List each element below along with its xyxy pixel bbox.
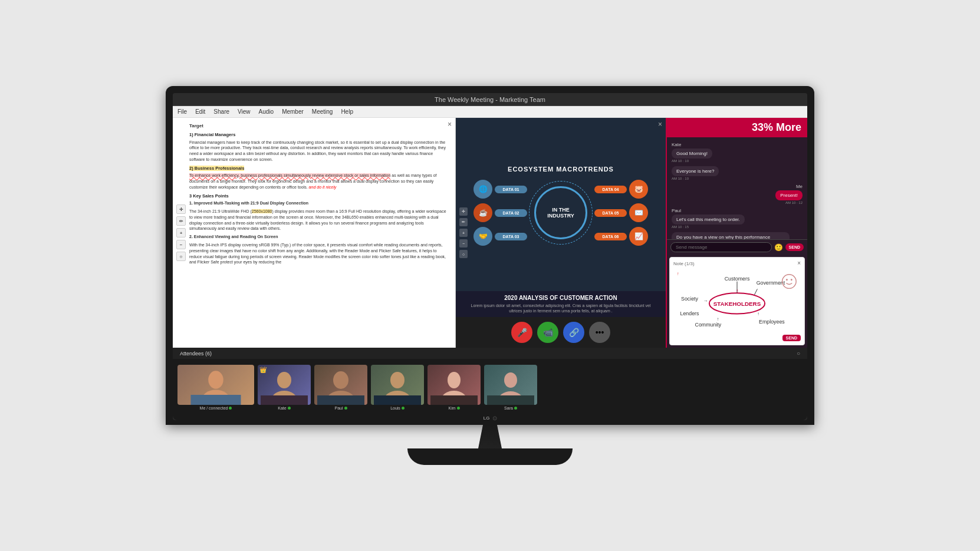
chat-msg-me: Me Present! AM 10 : 12 [672,184,803,204]
doc-toolbar: ✛ ✏ + − ○ [176,204,186,261]
attendees-bar: Attendees (6) ○ [173,348,807,415]
pres-tool-5[interactable]: ○ [459,250,468,258]
chat-send-button[interactable]: SEND [785,243,804,251]
svg-text:Community: Community [695,322,722,328]
chat-input[interactable] [670,242,772,252]
menu-bar[interactable]: File Edit Share View Audio Member Meetin… [173,106,807,118]
attendee-name-kate: Kate [278,406,290,410]
doc-tool-pen[interactable]: ✏ [176,216,186,226]
menu-edit[interactable]: Edit [195,108,205,115]
attendee-photo-paul [314,365,367,405]
data-icon-01: 🌐 [473,180,492,199]
doc-section2-text-highlight: To enhance work efficiency, business pro… [189,173,390,177]
svg-text:↑: ↑ [717,316,719,322]
svg-point-19 [208,371,223,389]
status-dot-kate [288,407,291,410]
menu-help[interactable]: Help [341,108,353,115]
pres-tool-1[interactable]: ✛ [459,207,468,216]
attendee-name-kim: Kim [448,406,459,410]
menu-member[interactable]: Member [282,108,304,115]
note-send-button[interactable]: SEND [782,335,801,341]
svg-text:Government: Government [757,280,785,286]
chat-msg-kate-2: Everyone is here? AM 10 : 10 [672,166,803,180]
monitor-bottom-bar: LG ⊙ [173,415,807,420]
menu-view[interactable]: View [238,108,251,115]
chat-time-kate-2: AM 10 : 10 [672,177,803,180]
doc-tool-circle[interactable]: ○ [176,252,186,261]
center-circle-text: IN THEINDUSTRY [547,207,574,219]
doc-section2-highlight: 2) Business Professionals [189,166,244,171]
svg-point-14 [791,279,792,281]
svg-point-13 [786,279,788,281]
menu-audio[interactable]: Audio [259,108,274,115]
attendee-photo-louis [371,365,424,405]
svg-text:↑: ↑ [677,271,679,276]
analysis-text: Lorem ipsum dolor sit amet, consectetur … [465,303,657,314]
chat-name-paul: Paul [672,208,803,213]
doc-close-button[interactable]: × [448,120,452,128]
svg-rect-21 [191,395,241,405]
doc-tool-minus[interactable]: − [176,240,186,249]
svg-point-22 [277,372,291,388]
analysis-bar: 2020 ANALYSIS OF CUSTOMER ACTION Lorem i… [456,291,666,317]
status-dot-kim [457,407,460,410]
pres-close-button[interactable]: × [658,120,662,128]
pres-toolbar: ✛ ✏ + − ○ [459,207,468,258]
share-button[interactable]: 🔗 [563,322,584,343]
doc-tool-move[interactable]: ✛ [176,204,186,214]
more-button[interactable]: ••• [589,322,610,343]
pres-tool-3[interactable]: + [459,229,468,237]
video-button[interactable]: 📹 [537,322,558,343]
svg-rect-30 [374,395,421,405]
mute-button[interactable]: 🎤 [511,322,532,343]
doc-tool-plus[interactable]: + [176,228,186,237]
chat-messages: Kate Good Morning! AM 10 : 10 Everyone i… [667,137,807,239]
chat-panel: 33% More Kate Good Morning! AM 10 : 10 E… [666,118,807,348]
chat-time-me: AM 10 : 12 [785,201,803,204]
svg-text:Customers: Customers [725,276,750,282]
chat-msg-paul-2: Do you have a view on why this performan… [672,232,803,239]
svg-point-28 [390,372,405,388]
ecosystem-section: ECOSYSTEM MACROTRENDS 🌐 DATA 01 ☕ [456,118,666,291]
data-node-05: DATA 05 ✉️ [594,203,648,222]
monitor-screen: The Weekly Meeting - Marketing Team File… [173,93,807,420]
chat-bubble-kate-1: Good Morning! [672,149,712,159]
doc-subsection1-text: The 34-inch 21:9 UltraWide FHD (2560x108… [189,209,448,232]
data-node-06: DATA 06 📈 [594,227,648,246]
pres-tool-2[interactable]: ✏ [459,218,468,226]
note-close-button[interactable]: × [797,260,801,266]
menu-meeting[interactable]: Meeting [312,108,333,115]
menu-file[interactable]: File [177,108,187,115]
data-icon-03: 🤝 [473,227,492,246]
attendee-kim: Kim [427,365,481,410]
call-controls: 🎤 📹 🔗 ••• [456,317,666,348]
attendee-kate: 👑 Kate [258,365,311,410]
doc-subsection2-text: With the 34-inch IPS display covering sR… [189,242,448,265]
data-icon-05: ✉️ [629,203,648,222]
chat-bubble-paul-1: Let's call this meeting to order. [672,215,745,225]
emoji-button[interactable]: 🙂 [774,243,783,252]
attendee-paul: Paul [314,365,367,410]
doc-section3-title: 3 Key Sales Points [189,193,448,200]
svg-text:↑: ↑ [757,311,759,316]
chat-sender-paul: Paul Let's call this meeting to order. A… [672,208,803,229]
svg-text:Employees: Employees [759,319,785,325]
attendees-close-button[interactable]: ○ [797,350,800,357]
data-icon-04: 🐷 [629,180,648,199]
data-label-01: DATA 01 [495,186,527,193]
attendee-louis: Louis [371,365,424,410]
pres-tool-4[interactable]: − [459,239,468,248]
data-nodes-left: 🌐 DATA 01 ☕ DATA 02 🤝 DATA 03 [473,180,527,246]
attendee-sara: Sara [484,365,537,410]
lg-circle-logo: ⊙ [492,415,497,421]
svg-text:↑: ↑ [736,288,739,294]
doc-section2-text: To enhance work efficiency, business pro… [189,173,448,190]
main-area: × ✛ ✏ + − ○ Target 1) Financial Managers… [173,118,807,348]
attendees-header: Attendees (6) ○ [173,348,807,359]
doc-subsection2-title: 2. Enhanced Viewing and Reading On Scree… [189,234,448,240]
chat-bubble-me: Present! [775,190,803,200]
menu-share[interactable]: Share [213,108,229,115]
attendee-photo-sara [484,365,537,405]
chat-name-me: Me [796,184,803,189]
attendee-photo-kim [427,365,481,405]
